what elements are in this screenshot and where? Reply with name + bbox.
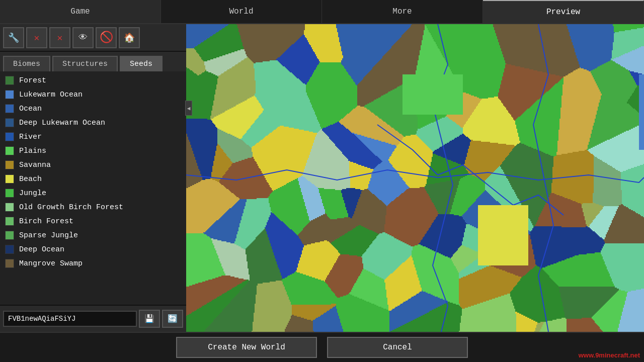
biome-item[interactable]: Old Growth Birch Forest [0, 200, 186, 214]
biome-color-swatch [5, 203, 14, 212]
biome-color-swatch [5, 245, 14, 254]
cut-tool-button-1[interactable]: ✕ [26, 27, 47, 48]
ban-tool-button[interactable]: 🚫 [96, 27, 117, 48]
tab-preview[interactable]: Preview [483, 0, 644, 23]
biome-color-swatch [5, 217, 14, 226]
eye-tool-button[interactable]: 👁 [72, 27, 94, 48]
seed-input[interactable] [3, 311, 137, 327]
biome-name-label: Jungle [19, 189, 46, 198]
biome-color-swatch [5, 189, 14, 198]
biome-color-swatch [5, 259, 14, 268]
biome-name-label: Ocean [19, 105, 42, 113]
biome-name-label: Old Growth Birch Forest [19, 203, 123, 212]
biome-list: ForestLukewarm OceanOceanDeep Lukewarm O… [0, 71, 186, 305]
save-seed-button[interactable]: 💾 [139, 310, 160, 328]
biome-item[interactable]: River [0, 130, 186, 144]
map-canvas[interactable] [186, 24, 644, 332]
biome-color-swatch [5, 104, 14, 113]
biome-item[interactable]: Lukewarm Ocean [0, 87, 186, 102]
biome-name-label: Plains [19, 147, 46, 155]
biome-name-label: River [19, 133, 42, 141]
biome-item[interactable]: Mangrove Swamp [0, 256, 186, 270]
watermark: www.9minecraft.net [579, 351, 640, 359]
biome-name-label: Deep Ocean [19, 245, 64, 254]
map-area [186, 24, 644, 332]
biome-item[interactable]: Birch Forest [0, 214, 186, 228]
biome-name-label: Deep Lukewarm Ocean [19, 119, 105, 127]
sub-tabs: Biomes Structures Seeds [0, 52, 186, 71]
left-panel: 🔧 ✕ ✕ 👁 🚫 🏠 Biomes Structures Seeds Fore… [0, 24, 186, 332]
biome-name-label: Sparse Jungle [19, 231, 78, 240]
biome-color-swatch [5, 160, 14, 169]
biome-item[interactable]: Plains [0, 144, 186, 158]
map-expand-button[interactable]: ◀ [185, 101, 192, 116]
tab-game[interactable]: Game [0, 0, 161, 23]
bottom-bar: Create New World Cancel [0, 332, 644, 362]
biome-color-swatch [5, 174, 14, 184]
biome-name-label: Birch Forest [19, 217, 73, 226]
biome-item[interactable]: Savanna [0, 158, 186, 172]
biome-color-swatch [5, 231, 14, 240]
biome-name-label: Beach [19, 175, 42, 184]
tab-more[interactable]: More [322, 0, 483, 23]
biome-name-label: Lukewarm Ocean [19, 90, 83, 99]
seed-area: 💾 🔄 [0, 305, 186, 332]
create-world-button[interactable]: Create New World [176, 337, 317, 358]
biome-item[interactable]: Forest [0, 73, 186, 87]
biome-name-label: Mangrove Swamp [19, 259, 83, 268]
biome-color-swatch [5, 90, 14, 99]
top-navigation: Game World More Preview [0, 0, 644, 24]
house-tool-button[interactable]: 🏠 [119, 27, 140, 48]
cut-tool-button-2[interactable]: ✕ [49, 27, 70, 48]
wrench-tool-button[interactable]: 🔧 [3, 27, 24, 48]
refresh-seed-button[interactable]: 🔄 [162, 310, 183, 328]
biome-color-swatch [5, 76, 14, 85]
biome-item[interactable]: Beach [0, 172, 186, 186]
sub-tab-seeds[interactable]: Seeds [120, 56, 163, 71]
toolbar: 🔧 ✕ ✕ 👁 🚫 🏠 [0, 24, 186, 52]
biome-name-label: Forest [19, 76, 46, 85]
biome-name-label: Savanna [19, 161, 51, 169]
biome-color-swatch [5, 146, 14, 155]
biome-color-swatch [5, 132, 14, 141]
biome-item[interactable]: Deep Ocean [0, 242, 186, 256]
tab-world[interactable]: World [161, 0, 322, 23]
sub-tab-structures[interactable]: Structures [52, 56, 118, 71]
cancel-button[interactable]: Cancel [327, 337, 468, 358]
biome-item[interactable]: Jungle [0, 186, 186, 200]
sub-tab-biomes[interactable]: Biomes [3, 56, 50, 71]
biome-item[interactable]: Ocean [0, 102, 186, 116]
biome-item[interactable]: Sparse Jungle [0, 228, 186, 242]
biome-color-swatch [5, 118, 14, 127]
biome-item[interactable]: Deep Lukewarm Ocean [0, 116, 186, 130]
